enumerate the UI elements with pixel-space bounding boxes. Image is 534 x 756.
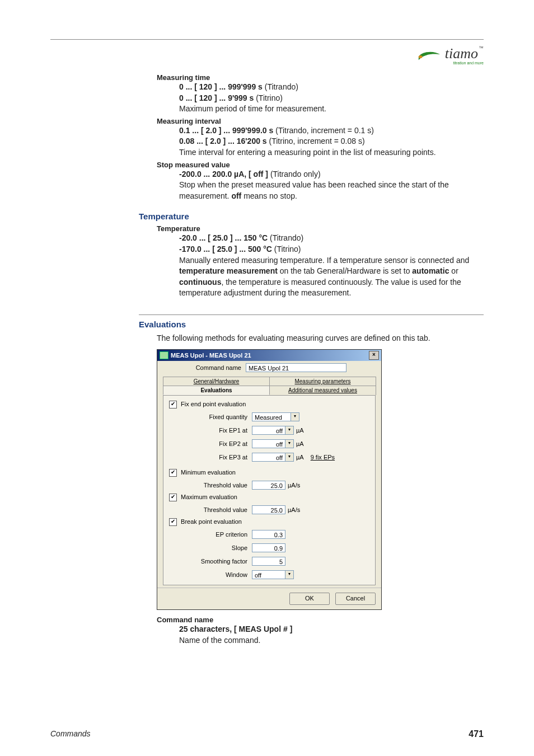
unit-ua: µA	[296, 454, 304, 461]
label-smoothing-factor: Smoothing factor	[169, 558, 252, 565]
input-fix-ep1[interactable]: off	[252, 426, 285, 435]
section-evaluations-heading: Evaluations	[139, 320, 484, 329]
label-fixed-quantity: Fixed quantity	[169, 414, 252, 420]
checkbox-minimum-eval[interactable]: ✔	[169, 469, 177, 477]
label-breakpoint-eval: Break point evaluation	[181, 518, 242, 525]
label-window: Window	[169, 571, 252, 578]
chevron-down-icon[interactable]: ▾	[285, 426, 294, 435]
input-fix-ep2[interactable]: off	[252, 439, 285, 448]
checkbox-breakpoint-eval[interactable]: ✔	[169, 518, 177, 526]
chevron-down-icon[interactable]: ▾	[285, 453, 294, 462]
param-command-name-title: Command name	[157, 616, 484, 624]
section-temperature-heading: Temperature	[139, 212, 484, 221]
param-stop-value-body: -200.0 ... 200.0 µA, [ off ] (Titrando o…	[179, 169, 484, 202]
label-minimum-eval: Minimum evaluation	[181, 469, 236, 476]
label-threshold-max: Threshold value	[169, 506, 252, 513]
header-divider	[50, 28, 484, 40]
footer-page-number: 471	[469, 729, 484, 739]
section-divider	[139, 314, 484, 315]
label-maximum-eval: Maximum evaluation	[181, 494, 237, 500]
input-command-name[interactable]: MEAS Upol 21	[246, 363, 346, 372]
checkbox-maximum-eval[interactable]: ✔	[169, 494, 177, 501]
label-fix-endpoint: Fix end point evaluation	[181, 401, 246, 407]
tab-evaluations[interactable]: Evaluations	[163, 386, 270, 395]
label-command-name: Command name	[163, 364, 246, 371]
label-fix-ep3: Fix EP3 at	[169, 454, 252, 461]
chevron-down-icon[interactable]: ▾	[291, 412, 299, 421]
param-command-name-body: 25 characters, [ MEAS Upol # ] Name of t…	[179, 624, 484, 646]
swoosh-icon	[416, 50, 443, 61]
param-measuring-time-title: Measuring time	[157, 73, 484, 82]
input-smoothing-factor[interactable]: 5	[252, 557, 285, 566]
select-window[interactable]: off	[252, 570, 285, 579]
input-threshold-max[interactable]: 25.0	[252, 505, 285, 514]
param-temperature-body: -20.0 ... [ 25.0 ] ... 150 °C (Titrando)…	[179, 233, 484, 299]
param-measuring-time-body: 0 ... [ 120 ] ... 999'999 s (Titrando) 0…	[179, 82, 484, 115]
footer-section: Commands	[50, 729, 91, 739]
input-slope[interactable]: 0.9	[252, 543, 285, 552]
unit-ua: µA	[296, 427, 304, 434]
tab-additional-measured-values[interactable]: Additional measured values	[269, 386, 376, 395]
dialog-titlebar: MEAS Upol - MEAS Upol 21 ×	[157, 350, 381, 361]
select-fixed-quantity[interactable]: Measured ...	[252, 412, 291, 421]
dialog-tabs: General/Hardware Measuring parameters Ev…	[163, 377, 376, 395]
param-temperature-title: Temperature	[157, 224, 484, 233]
label-threshold-min: Threshold value	[169, 482, 252, 489]
label-fix-ep1: Fix EP1 at	[169, 427, 252, 434]
brand-tm: ™	[479, 45, 484, 51]
brand-logo: tiamo™ titration and more	[50, 45, 484, 65]
unit-uas: µA/s	[288, 506, 300, 513]
dialog-meas-upol: MEAS Upol - MEAS Upol 21 × Command name …	[157, 349, 382, 610]
brand-name: tiamo	[445, 45, 478, 62]
dialog-title-text: MEAS Upol - MEAS Upol 21	[171, 352, 251, 359]
chevron-down-icon[interactable]: ▾	[285, 570, 294, 579]
chevron-down-icon[interactable]: ▾	[285, 439, 294, 448]
page-footer: Commands 471	[50, 729, 484, 739]
param-measuring-interval-body: 0.1 ... [ 2.0 ] ... 999'999.0 s (Titrand…	[179, 125, 484, 158]
param-stop-value-title: Stop measured value	[157, 161, 484, 169]
cancel-button[interactable]: Cancel	[335, 593, 376, 605]
close-icon[interactable]: ×	[369, 351, 379, 360]
svg-point-0	[419, 55, 423, 58]
unit-uas: µA/s	[288, 482, 300, 489]
input-threshold-min[interactable]: 25.0	[252, 481, 285, 490]
checkbox-fix-endpoint[interactable]: ✔	[169, 401, 177, 408]
input-ep-criterion[interactable]: 0.3	[252, 530, 285, 539]
link-9-fix-eps[interactable]: 9 fix EPs	[311, 454, 335, 461]
tab-general-hardware[interactable]: General/Hardware	[163, 377, 270, 386]
dialog-app-icon	[160, 351, 168, 359]
unit-ua: µA	[296, 440, 304, 447]
label-fix-ep2: Fix EP2 at	[169, 440, 252, 447]
label-slope: Slope	[169, 544, 252, 551]
evaluations-intro: The following methods for evaluating mea…	[157, 334, 484, 342]
ok-button[interactable]: OK	[289, 593, 330, 605]
input-fix-ep3[interactable]: off	[252, 453, 285, 462]
label-ep-criterion: EP criterion	[169, 531, 252, 538]
param-measuring-interval-title: Measuring interval	[157, 117, 484, 125]
tab-panel-evaluations: ✔ Fix end point evaluation Fixed quantit…	[163, 395, 376, 585]
tab-measuring-parameters[interactable]: Measuring parameters	[269, 377, 376, 386]
